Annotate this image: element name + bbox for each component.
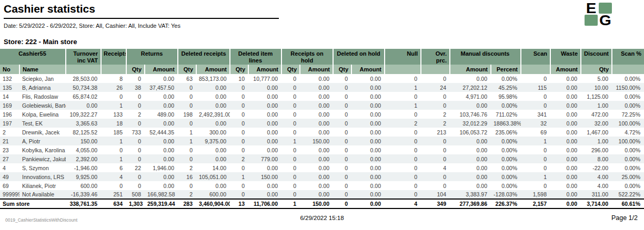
- table-cell: 0.00: [300, 128, 333, 137]
- table-cell: 69: [0, 181, 19, 190]
- table-cell: 341: [521, 110, 550, 119]
- table-cell: 1: [178, 137, 196, 145]
- column-sub-header: [521, 65, 550, 74]
- table-cell: 8: [101, 74, 126, 83]
- table-cell: 0.00: [351, 74, 385, 83]
- table-cell: 0: [126, 74, 145, 83]
- table-cell: 150.00: [248, 172, 281, 181]
- table-cell: 0.00: [351, 101, 385, 110]
- table-cell: 100.00%: [612, 119, 644, 128]
- table-cell: 0: [333, 83, 351, 92]
- table-cell: 0.00: [550, 128, 581, 137]
- table-cell: 489.00: [145, 110, 178, 119]
- table-cell: 999999: [0, 190, 19, 199]
- table-cell: 0: [230, 101, 248, 110]
- table-cell: 0: [421, 181, 450, 190]
- table-cell: 0.00: [196, 92, 230, 101]
- table-cell: 0: [101, 145, 126, 154]
- table-cell: 0.00%: [491, 163, 521, 172]
- table-cell: 185: [101, 128, 126, 137]
- table-cell: 0: [126, 137, 145, 145]
- table-cell: 0.00: [450, 101, 491, 110]
- table-cell: 2: [126, 110, 145, 119]
- table-cell: 0: [333, 92, 351, 101]
- table-cell: 2,492,391.00: [196, 110, 230, 119]
- table-cell: 0: [230, 145, 248, 154]
- table-cell: 251: [101, 190, 126, 199]
- table-cell: 0.00: [351, 181, 385, 190]
- table-cell: 0.00: [450, 181, 491, 190]
- table-cell: 26: [101, 83, 126, 92]
- table-cell: Kolpa, Ewelina: [19, 110, 66, 119]
- table-cell: 95.98%: [491, 92, 521, 101]
- table-cell: 0.00: [550, 110, 581, 119]
- table-cell: 1: [178, 128, 196, 137]
- table-cell: 0.00%: [612, 163, 644, 172]
- table-cell: 0: [333, 74, 351, 83]
- table-cell: 104: [421, 190, 450, 199]
- table-cell: 0: [421, 145, 450, 154]
- table-cell: 27: [0, 154, 19, 163]
- table-cell: 45.25%: [491, 83, 521, 92]
- table-cell: 733: [126, 128, 145, 137]
- column-sub-header: [101, 65, 126, 74]
- table-cell: 0: [281, 101, 300, 110]
- table-cell: 3,365.63: [66, 119, 101, 128]
- sum-cell: 0: [333, 199, 351, 208]
- report-footer: 0019_CashierStatisticsWithDiscount 6/29/…: [0, 213, 644, 225]
- column-group-header: Deleted item lines: [230, 49, 281, 65]
- table-cell: 150.00: [300, 137, 333, 145]
- table-cell: 0.00: [248, 128, 281, 137]
- table-cell: 0.00: [300, 110, 333, 119]
- cashier-row: 132Sciepko, Jan28,503.00800.0063853,173.…: [0, 74, 644, 83]
- cashier-row: 999999Not Available-16,339.46251508166,9…: [0, 190, 644, 199]
- table-cell: 0: [126, 154, 145, 163]
- column-group-header: Returns: [126, 49, 178, 65]
- sum-cell: 3,460,904.00: [196, 199, 230, 208]
- column-sub-header: Qty: [581, 65, 612, 74]
- column-group-header: Receipts: [101, 49, 126, 65]
- column-sub-header: [66, 65, 101, 74]
- table-cell: Innovations, LRS: [19, 172, 66, 181]
- table-cell: 0: [126, 172, 145, 181]
- table-cell: 100.00%: [612, 137, 644, 145]
- table-cell: 0.00: [300, 74, 333, 83]
- table-cell: 14: [0, 92, 19, 101]
- cashier-row: 21A, Piotr150.00100.0019,375.0000.001150…: [0, 137, 644, 145]
- table-cell: 0.00: [145, 92, 178, 101]
- table-cell: 296.00: [581, 145, 612, 154]
- sum-cell: 277,369.86: [450, 199, 491, 208]
- table-cell: 0: [281, 181, 300, 190]
- table-cell: 0: [281, 172, 300, 181]
- table-cell: 0.00: [351, 145, 385, 154]
- table-cell: 0.00%: [491, 74, 521, 83]
- table-cell: 0.00: [300, 119, 333, 128]
- table-cell: 37,457.50: [145, 83, 178, 92]
- table-cell: 24: [421, 83, 450, 92]
- table-cell: Drewnik, Jacek: [19, 128, 66, 137]
- table-cell: Kilianek, Piotr: [19, 181, 66, 190]
- table-cell: 0.00: [66, 101, 101, 110]
- table-cell: 8.00: [581, 154, 612, 163]
- column-sub-header: [385, 65, 421, 74]
- table-cell: 0.00%: [612, 74, 644, 83]
- table-cell: 1,598: [521, 190, 550, 199]
- sum-cell: 283: [178, 199, 196, 208]
- table-cell: 2: [0, 128, 19, 137]
- table-cell: 23: [0, 145, 19, 154]
- sum-cell: 349: [421, 199, 450, 208]
- table-cell: Not Available: [19, 190, 66, 199]
- table-cell: 0: [230, 137, 248, 145]
- table-cell: 2: [178, 190, 196, 199]
- table-cell: 1: [101, 101, 126, 110]
- sum-cell: 0.00: [351, 199, 385, 208]
- table-cell: 0.00: [351, 119, 385, 128]
- table-cell: 0.00%: [612, 145, 644, 154]
- cashier-row: 135B, Adrianna50,734.38263837,457.5000.0…: [0, 83, 644, 92]
- table-cell: 213: [421, 128, 450, 137]
- title-underline: [4, 18, 279, 19]
- table-cell: 0: [101, 92, 126, 101]
- table-cell: 0.00%: [612, 181, 644, 190]
- footer-datetime: 6/29/2022 15:18: [0, 215, 644, 221]
- table-cell: 600.00: [66, 181, 101, 190]
